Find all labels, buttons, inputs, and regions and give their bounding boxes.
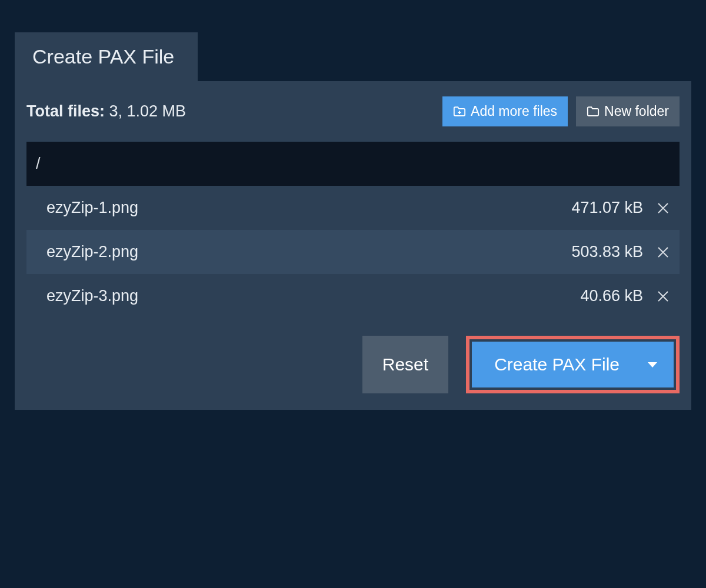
header-row: Total files: 3, 1.02 MB Add more files <box>15 81 691 142</box>
file-name: ezyZip-2.png <box>46 243 138 261</box>
file-size: 471.07 kB <box>571 199 643 217</box>
file-table: / ezyZip-1.png 471.07 kB ezyZip-2.png 50… <box>26 142 680 318</box>
remove-file-button[interactable] <box>656 245 670 259</box>
tab-create-pax[interactable]: Create PAX File <box>15 32 198 81</box>
folder-icon <box>587 106 600 117</box>
total-files-value: 3, 1.02 MB <box>109 102 187 120</box>
create-highlight: Create PAX File <box>466 336 680 393</box>
total-files: Total files: 3, 1.02 MB <box>26 102 186 121</box>
file-name: ezyZip-1.png <box>46 199 138 217</box>
header-buttons: Add more files New folder <box>442 96 680 126</box>
folder-plus-icon <box>453 106 466 117</box>
reset-button[interactable]: Reset <box>362 336 448 393</box>
remove-file-button[interactable] <box>656 289 670 303</box>
add-more-files-button[interactable]: Add more files <box>442 96 568 126</box>
create-pax-file-button[interactable]: Create PAX File <box>472 342 674 387</box>
new-folder-button[interactable]: New folder <box>576 96 680 126</box>
main-panel: Create PAX File Total files: 3, 1.02 MB … <box>15 32 691 410</box>
add-more-files-label: Add more files <box>471 103 557 119</box>
close-icon <box>656 245 670 259</box>
create-pax-file-label: Create PAX File <box>494 355 620 375</box>
file-size: 503.83 kB <box>571 243 643 261</box>
close-icon <box>656 289 670 303</box>
tab-row: Create PAX File <box>15 32 691 81</box>
close-icon <box>656 201 670 215</box>
file-row[interactable]: ezyZip-1.png 471.07 kB <box>26 186 680 230</box>
remove-file-button[interactable] <box>656 201 670 215</box>
file-size: 40.66 kB <box>580 287 643 305</box>
footer-row: Reset Create PAX File <box>15 318 691 410</box>
chevron-down-icon <box>648 362 657 368</box>
file-row[interactable]: ezyZip-3.png 40.66 kB <box>26 274 680 318</box>
total-files-label: Total files: <box>26 102 105 120</box>
path-row[interactable]: / <box>26 142 680 186</box>
file-row[interactable]: ezyZip-2.png 503.83 kB <box>26 230 680 274</box>
file-name: ezyZip-3.png <box>46 287 138 305</box>
new-folder-label: New folder <box>604 103 669 119</box>
